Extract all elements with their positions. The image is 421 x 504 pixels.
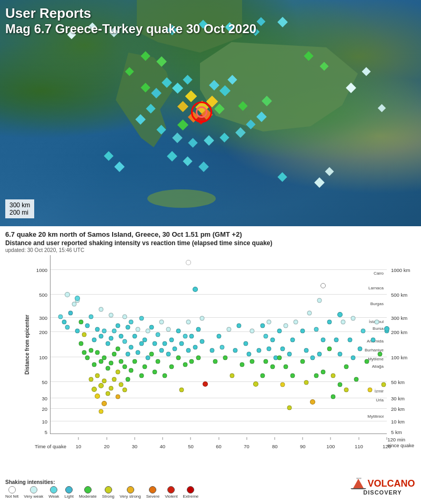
data-point — [193, 345, 197, 349]
data-point — [142, 337, 147, 342]
vd-text-volcano: VOLCANO — [368, 479, 415, 488]
data-point — [92, 337, 97, 342]
data-point — [139, 316, 144, 321]
data-point — [260, 323, 265, 328]
data-point — [115, 395, 120, 399]
marker — [304, 51, 313, 61]
data-point-burgas2 — [75, 296, 80, 301]
data-point — [253, 381, 258, 387]
marker — [146, 104, 155, 113]
legend-circle-severe — [149, 486, 156, 493]
x-label-10: 10 — [76, 443, 82, 449]
data-point — [216, 334, 221, 339]
legend-extreme: Extreme — [183, 486, 198, 499]
data-point — [85, 355, 90, 360]
data-point — [156, 359, 161, 364]
data-point — [270, 337, 275, 342]
data-point — [136, 327, 141, 331]
data-point — [95, 327, 100, 331]
data-point — [307, 311, 312, 316]
x-label-100: 100 — [326, 443, 335, 449]
data-point — [88, 377, 93, 381]
data-point — [317, 298, 322, 303]
marker — [156, 56, 167, 67]
x-label-40: 40 — [159, 443, 165, 449]
vd-text-discovery: DISCOVERY — [363, 489, 402, 496]
data-point — [82, 350, 86, 355]
city-izmir: İzmir — [16, 389, 384, 394]
x-label-20: 20 — [104, 443, 109, 449]
legend-label-very-strong: Very strong — [119, 494, 141, 499]
data-point-larnaca — [320, 283, 326, 288]
marker — [135, 114, 146, 125]
marker — [219, 133, 229, 142]
legend-label-strong: Strong — [102, 494, 115, 499]
data-point — [159, 348, 164, 353]
data-point — [327, 320, 332, 325]
data-point — [364, 359, 369, 364]
x-tick-100 — [330, 437, 331, 440]
data-point — [304, 380, 308, 385]
marker — [262, 96, 272, 106]
data-point — [149, 352, 154, 357]
y-label-right-500: 500 km — [391, 292, 407, 298]
data-point — [196, 327, 201, 331]
data-point — [88, 314, 93, 319]
y-label-right-1000: 1000 km — [391, 267, 410, 273]
y-axis-right: 1000 km 500 km 300 km 200 km 100 km 50 k… — [387, 255, 416, 434]
y-label-right-50: 50 km — [391, 379, 405, 385]
data-point — [213, 359, 218, 364]
data-point — [263, 359, 268, 364]
data-point — [115, 323, 120, 328]
data-point — [98, 409, 103, 414]
data-point — [112, 377, 117, 381]
data-point — [284, 364, 288, 369]
data-point — [257, 348, 262, 353]
legend-violent: Violent — [165, 486, 177, 499]
data-point — [320, 337, 325, 342]
legend-strong: Strong — [102, 486, 115, 499]
legend-circle-extreme — [187, 486, 194, 493]
data-point — [230, 373, 235, 378]
data-point — [112, 352, 117, 357]
marker — [362, 67, 371, 76]
data-point-burgas1 — [65, 292, 70, 297]
y-label-right-5: 5 km — [391, 429, 402, 435]
gridline — [51, 331, 387, 332]
legend-section: Shaking intensities: Not felt Very weak … — [5, 479, 337, 499]
data-point — [156, 332, 161, 337]
marker — [257, 17, 266, 26]
data-point — [102, 355, 107, 360]
data-point — [58, 314, 63, 319]
city-mytilinioi: Mytilinioi — [16, 414, 384, 418]
x-axis: Time of quake 10 20 30 40 50 60 70 80 90 — [51, 434, 387, 449]
marker — [204, 135, 214, 146]
data-point-red — [203, 381, 208, 387]
x-label-80: 80 — [272, 443, 278, 449]
data-point — [290, 337, 295, 342]
y-label-right-10: 10 km — [391, 418, 405, 424]
marker — [325, 167, 334, 176]
data-point — [129, 345, 134, 349]
data-point — [267, 346, 272, 351]
data-point — [374, 320, 379, 325]
chart-section: 6.7 quake 20 km north of Samos Island, G… — [0, 226, 421, 504]
legend-circle-moderate — [84, 486, 92, 493]
data-point-istanbul2 — [384, 326, 389, 331]
marker — [151, 88, 162, 98]
marker — [378, 104, 386, 113]
data-point — [115, 346, 120, 351]
vd-logo: VOLCANO DISCOVERY — [348, 473, 417, 500]
legend-severe: Severe — [146, 486, 159, 499]
data-point — [287, 405, 292, 410]
x-label-0: Time of quake — [35, 443, 66, 449]
x-tick-50 — [191, 437, 191, 440]
data-point — [119, 359, 124, 364]
legend-very-strong: Very strong — [119, 486, 141, 499]
gridline — [51, 381, 387, 382]
data-point — [183, 334, 187, 339]
data-point — [378, 352, 383, 357]
data-point — [159, 320, 164, 325]
y-label-20: 20 — [42, 406, 47, 412]
data-point — [153, 341, 157, 346]
